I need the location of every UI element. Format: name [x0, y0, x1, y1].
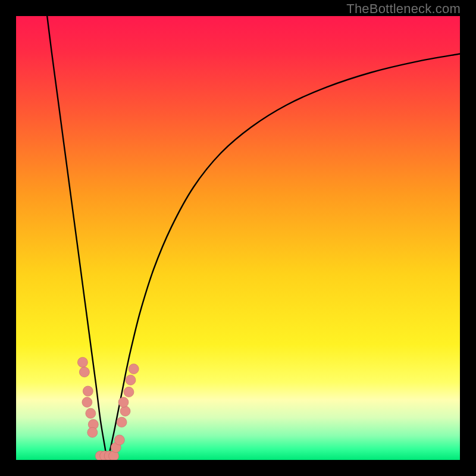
data-dot [117, 417, 127, 427]
data-dot [79, 367, 89, 377]
data-dot [83, 386, 93, 396]
data-dot [129, 364, 139, 374]
bottleneck-chart [0, 0, 476, 476]
data-dot [120, 406, 130, 416]
data-dot [77, 357, 87, 367]
data-dot [87, 427, 98, 437]
data-dot [126, 375, 136, 385]
watermark-text: TheBottleneck.com [346, 1, 461, 17]
data-dot [82, 397, 92, 408]
chart-frame: TheBottleneck.com [0, 0, 476, 476]
data-dot [118, 397, 129, 408]
data-dot [124, 387, 134, 397]
data-dot [86, 408, 96, 418]
data-dot [114, 435, 124, 445]
plot-area [16, 16, 460, 460]
